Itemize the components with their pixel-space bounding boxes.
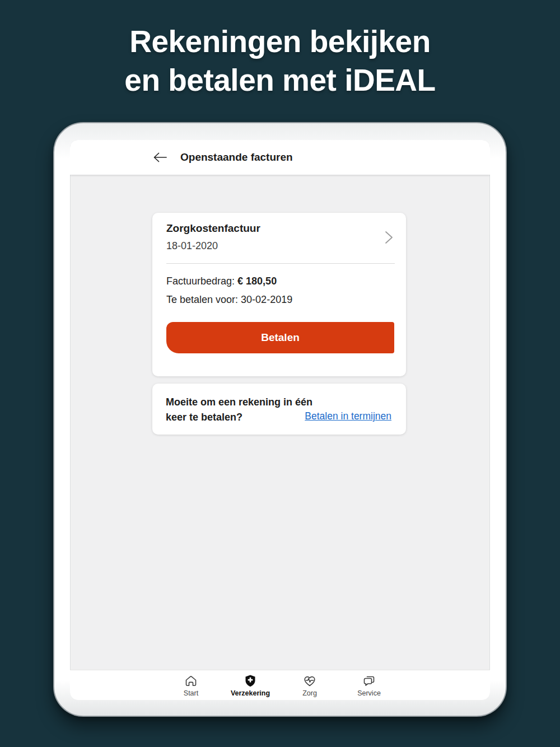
chat-bubbles-icon	[362, 674, 376, 688]
invoice-date: 18-01-2020	[166, 240, 218, 252]
invoice-amount-row: Factuurbedrag: € 180,50	[166, 276, 277, 287]
divider	[166, 263, 395, 264]
shield-plus-icon	[243, 674, 258, 688]
tab-zorg-label: Zorg	[302, 689, 317, 697]
pay-button[interactable]: Betalen	[166, 322, 394, 353]
chevron-right-icon[interactable]	[381, 230, 396, 245]
invoice-due-row: Te betalen voor: 30-02-2019	[166, 294, 292, 306]
tab-service[interactable]: Service	[339, 670, 399, 700]
arrow-left-icon	[153, 151, 167, 164]
tab-bar: Start Verzekering Zorg	[70, 670, 490, 700]
tab-start-label: Start	[184, 689, 198, 697]
invoice-card: Zorgkostenfactuur 18-01-2020 Factuurbedr…	[152, 213, 406, 376]
invoice-amount-value: € 180,50	[237, 276, 277, 287]
tab-service-label: Service	[357, 689, 381, 697]
app-header: Openstaande facturen	[70, 140, 490, 175]
invoice-amount-label: Factuurbedrag:	[166, 276, 237, 287]
installments-card: Moeite om een rekening in één keer te be…	[152, 384, 406, 435]
page-title: Openstaande facturen	[180, 151, 293, 164]
tablet-device-frame: Openstaande facturen Zorgkostenfactuur 1…	[53, 122, 507, 717]
tab-start[interactable]: Start	[161, 670, 221, 700]
tab-zorg[interactable]: Zorg	[280, 670, 339, 700]
installments-question-line1: Moeite om een rekening in één	[166, 395, 312, 410]
hero-title-line2: en betalen met iDEAL	[0, 61, 560, 100]
hero-title: Rekeningen bekijken en betalen met iDEAL	[0, 22, 560, 100]
tab-verzekering-label: Verzekering	[231, 689, 270, 697]
heart-pulse-icon	[302, 674, 317, 688]
invoice-title[interactable]: Zorgkostenfactuur	[166, 222, 260, 235]
app-screen: Openstaande facturen Zorgkostenfactuur 1…	[70, 140, 490, 700]
invoice-due-value: 30-02-2019	[241, 294, 292, 305]
back-button[interactable]	[152, 150, 169, 165]
installments-link[interactable]: Betalen in termijnen	[305, 410, 391, 422]
hero-title-line1: Rekeningen bekijken	[0, 22, 560, 61]
tab-verzekering[interactable]: Verzekering	[221, 670, 280, 700]
home-icon	[184, 674, 198, 688]
installments-question-line2: keer te betalen?	[166, 410, 312, 425]
installments-question: Moeite om een rekening in één keer te be…	[166, 395, 312, 425]
invoice-due-label: Te betalen voor:	[166, 294, 241, 305]
